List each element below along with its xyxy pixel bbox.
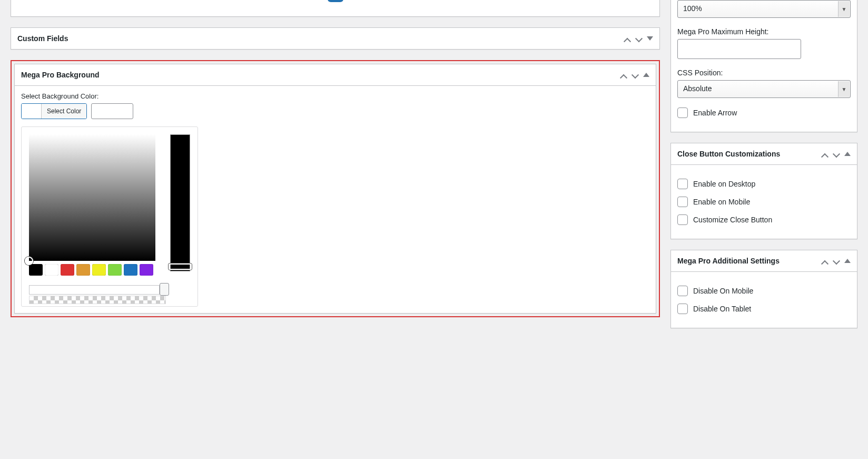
current-color-swatch <box>22 104 42 119</box>
move-up-button[interactable] <box>618 69 629 81</box>
triangle-up-icon <box>643 73 649 77</box>
enable-desktop-checkbox[interactable] <box>677 179 688 189</box>
sidebar-top-panel: 100% ▼ Mega Pro Maximum Height: CSS Posi… <box>670 0 857 132</box>
chevron-down-icon <box>632 71 639 79</box>
css-position-value: Absolute <box>683 84 712 93</box>
chevron-down-icon <box>833 257 840 265</box>
color-hue-strip[interactable] <box>170 134 190 271</box>
palette-swatch[interactable] <box>61 264 74 276</box>
palette-swatch[interactable] <box>124 264 137 276</box>
close-button-title: Close Button Customizations <box>671 143 819 164</box>
select-color-text: Select Color <box>42 104 86 119</box>
toggle-panel-button[interactable] <box>842 150 853 158</box>
width-select[interactable]: 100% ▼ <box>677 0 851 18</box>
transparency-preview <box>29 296 166 304</box>
top-placeholder-panel <box>11 0 660 17</box>
enable-mobile-label: Enable on Mobile <box>693 198 750 206</box>
color-palette <box>29 264 155 276</box>
width-select-value: 100% <box>683 4 702 13</box>
enable-mobile-checkbox[interactable] <box>677 197 688 207</box>
chevron-up-icon <box>821 150 828 158</box>
palette-swatch[interactable] <box>92 264 106 276</box>
dropdown-arrow-icon: ▼ <box>838 1 850 17</box>
chevron-down-icon <box>833 150 840 158</box>
customize-close-label: Customize Close Button <box>693 216 772 224</box>
css-position-select[interactable]: Absolute ▼ <box>677 80 851 98</box>
select-bgcolor-label: Select Background Color: <box>21 92 649 100</box>
disable-tablet-checkbox[interactable] <box>677 304 688 314</box>
toggle-panel-button[interactable] <box>842 257 853 265</box>
move-up-button[interactable] <box>819 255 831 267</box>
palette-swatch[interactable] <box>76 264 90 276</box>
move-down-button[interactable] <box>831 148 842 160</box>
hue-handle[interactable] <box>169 263 192 270</box>
alpha-handle[interactable] <box>160 283 169 296</box>
triangle-down-icon <box>647 36 653 41</box>
color-cursor[interactable] <box>25 257 33 265</box>
enable-arrow-checkbox[interactable] <box>677 108 688 118</box>
chevron-down-icon <box>635 35 643 42</box>
dropdown-arrow-icon: ▼ <box>838 81 850 97</box>
max-height-input[interactable] <box>677 39 801 59</box>
toggle-panel-button[interactable] <box>641 71 652 79</box>
disable-mobile-checkbox[interactable] <box>677 286 688 296</box>
move-down-button[interactable] <box>629 69 641 81</box>
color-picker <box>21 126 198 307</box>
palette-swatch[interactable] <box>140 264 153 276</box>
mega-pro-bg-title: Mega Pro Background <box>15 64 618 85</box>
color-saturation-square[interactable] <box>29 134 155 261</box>
chevron-up-icon <box>620 71 627 79</box>
palette-swatch[interactable] <box>29 264 43 276</box>
triangle-up-icon <box>844 152 851 156</box>
custom-fields-title: Custom Fields <box>11 28 622 49</box>
highlighted-region: Mega Pro Background Select Background Co… <box>11 60 660 317</box>
disable-mobile-label: Disable On Mobile <box>693 287 753 295</box>
additional-settings-title: Mega Pro Additional Settings <box>671 250 819 271</box>
drag-handle-indicator <box>328 0 343 2</box>
hex-input[interactable] <box>91 103 133 119</box>
move-down-button[interactable] <box>633 33 645 44</box>
alpha-track[interactable] <box>29 285 160 295</box>
chevron-up-icon <box>624 35 631 42</box>
select-color-button[interactable]: Select Color <box>21 103 87 119</box>
disable-tablet-label: Disable On Tablet <box>693 305 751 313</box>
enable-desktop-label: Enable on Desktop <box>693 180 755 188</box>
mega-pro-background-panel: Mega Pro Background Select Background Co… <box>14 64 656 314</box>
palette-swatch[interactable] <box>108 264 122 276</box>
triangle-up-icon <box>844 259 851 263</box>
move-up-button[interactable] <box>819 148 831 160</box>
enable-arrow-label: Enable Arrow <box>693 109 737 117</box>
close-button-panel: Close Button Customizations Enable on De… <box>670 143 857 239</box>
customize-close-checkbox[interactable] <box>677 214 688 225</box>
chevron-up-icon <box>821 257 828 265</box>
move-up-button[interactable] <box>622 33 633 44</box>
palette-swatch[interactable] <box>45 264 58 276</box>
max-height-label: Mega Pro Maximum Height: <box>677 27 851 36</box>
custom-fields-panel: Custom Fields <box>11 27 660 50</box>
move-down-button[interactable] <box>831 255 842 267</box>
toggle-panel-button[interactable] <box>645 34 655 43</box>
additional-settings-panel: Mega Pro Additional Settings Disable On … <box>670 250 857 328</box>
css-position-label: CSS Position: <box>677 69 851 77</box>
